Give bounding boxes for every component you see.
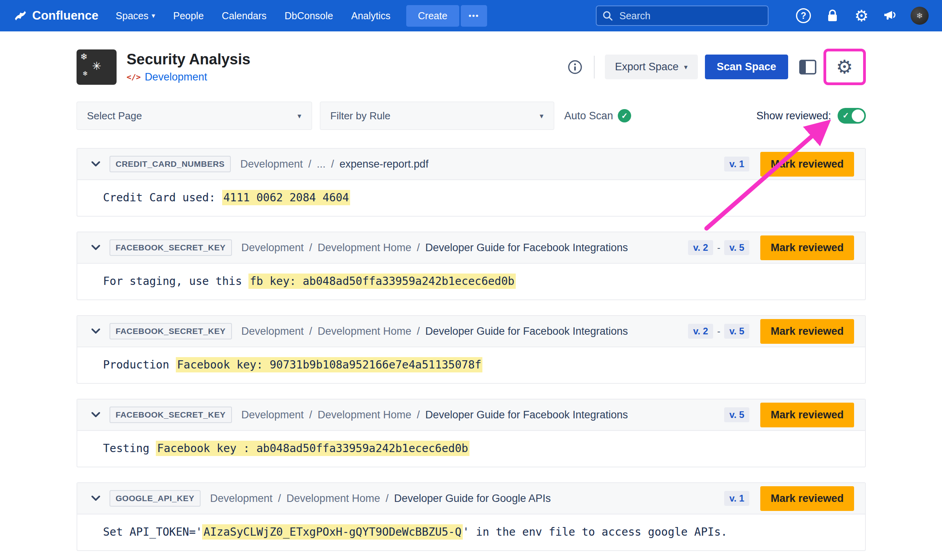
select-page-dropdown[interactable]: Select Page ▾	[77, 102, 312, 130]
version-badges: v. 1	[724, 157, 749, 171]
space-subtitle: </> Development	[127, 71, 250, 83]
breadcrumb-item[interactable]: Development Home	[318, 409, 411, 421]
collapse-chevron-button[interactable]	[89, 241, 102, 254]
breadcrumb-separator: /	[417, 409, 420, 421]
breadcrumb-item[interactable]: ...	[317, 158, 326, 170]
vertical-divider	[594, 56, 595, 78]
breadcrumb-separator: /	[331, 158, 334, 170]
result-card: FACEBOOK_SECRET_KEY Development/Developm…	[77, 399, 866, 467]
snippet-highlight: fb key: ab048ad50ffa33959a242b1ecec6ed0b	[248, 274, 515, 289]
collapse-chevron-button[interactable]	[89, 492, 102, 505]
breadcrumb-item[interactable]: Development	[241, 409, 304, 421]
snippet-after: ' in the env file to access google APIs.	[463, 525, 727, 538]
breadcrumb-item[interactable]: Development	[241, 325, 304, 337]
main-content: ❄ ✳ ❄ Security Analysis </> Development …	[77, 49, 866, 551]
show-reviewed-toggle[interactable]: ✓	[838, 108, 866, 124]
breadcrumb-item[interactable]: Development	[241, 242, 304, 254]
breadcrumb-item[interactable]: Developer Guide for Facebook Integration…	[425, 409, 628, 421]
breadcrumb-item[interactable]: Development Home	[318, 325, 411, 337]
snippet-before: Production	[103, 358, 176, 371]
collapse-chevron-button[interactable]	[89, 325, 102, 338]
chevron-down-icon	[91, 412, 100, 418]
breadcrumb-separator: /	[278, 493, 281, 505]
breadcrumb-separator: /	[417, 325, 420, 337]
result-snippet: Credit Card used: 4111 0062 2084 4604	[77, 180, 865, 216]
version-badge[interactable]: v. 2	[688, 240, 713, 255]
version-badge[interactable]: v. 1	[724, 157, 749, 171]
version-range-dash: -	[717, 326, 720, 337]
breadcrumb-item[interactable]: Development	[210, 493, 272, 505]
page-layout-button[interactable]	[798, 58, 817, 77]
announcements-button[interactable]	[882, 7, 900, 25]
result-header-right: v. 5 Mark reviewed	[724, 403, 854, 427]
info-button[interactable]	[566, 58, 584, 76]
result-card-header: GOOGLE_API_KEY Development/Development H…	[77, 483, 865, 514]
nav-item-dbconsole[interactable]: DbConsole	[285, 10, 333, 22]
version-badge[interactable]: v. 5	[724, 240, 749, 255]
breadcrumb-separator: /	[417, 242, 420, 254]
space-avatar: ❄ ✳ ❄	[77, 49, 117, 85]
version-badge[interactable]: v. 5	[724, 324, 749, 339]
export-space-button[interactable]: Export Space ▾	[605, 55, 698, 79]
lock-icon	[826, 9, 839, 23]
nav-item-people[interactable]: People	[173, 10, 204, 22]
mark-reviewed-button[interactable]: Mark reviewed	[760, 319, 854, 344]
mark-reviewed-button[interactable]: Mark reviewed	[760, 486, 854, 511]
snippet-before: Testing	[103, 442, 156, 455]
auto-scan-check-icon[interactable]: ✓	[618, 109, 631, 122]
toggle-knob	[852, 109, 864, 122]
gear-icon: ⚙	[836, 58, 853, 77]
collapse-chevron-button[interactable]	[89, 408, 102, 421]
mark-reviewed-button[interactable]: Mark reviewed	[760, 152, 854, 177]
snippet-before: Set API_TOKEN='	[103, 525, 203, 538]
breadcrumb-item[interactable]: Developer Guide for Facebook Integration…	[425, 242, 628, 254]
nav-item-label: DbConsole	[285, 10, 333, 22]
version-badge[interactable]: v. 2	[688, 324, 713, 339]
user-avatar[interactable]: ❄	[911, 7, 929, 25]
snippet-highlight: AIzaSyCLWjZ0_ETxgPOxH-gQYT9ODeWcBBZU5-Q	[202, 524, 462, 540]
settings-button[interactable]: ⚙	[853, 7, 871, 25]
breadcrumb-separator: /	[309, 409, 312, 421]
header-actions: Export Space ▾ Scan Space ⚙	[566, 49, 866, 85]
page-title: Security Analysis	[127, 51, 250, 68]
result-card: FACEBOOK_SECRET_KEY Development/Developm…	[77, 232, 866, 300]
filter-by-rule-dropdown[interactable]: Filter by Rule ▾	[320, 102, 554, 130]
version-range-dash: -	[717, 242, 720, 253]
show-reviewed-label: Show reviewed:	[756, 110, 831, 122]
version-badge[interactable]: v. 5	[724, 407, 749, 422]
confluence-brand[interactable]: Confluence	[13, 9, 99, 23]
breadcrumb-item[interactable]: Developer Guide for Facebook Integration…	[425, 325, 628, 337]
mark-reviewed-button[interactable]: Mark reviewed	[760, 403, 854, 427]
create-button[interactable]: Create	[406, 5, 459, 27]
breadcrumb-separator: /	[385, 493, 389, 505]
breadcrumb-separator: /	[308, 158, 311, 170]
chevron-down-icon	[91, 495, 100, 502]
breadcrumb-item[interactable]: expense-report.pdf	[340, 158, 429, 170]
megaphone-icon	[884, 9, 898, 22]
breadcrumb-item[interactable]: Development Home	[318, 242, 411, 254]
snowflake-icon: ❄	[80, 52, 88, 62]
mark-reviewed-button[interactable]: Mark reviewed	[760, 235, 854, 260]
chevron-down-icon	[91, 244, 100, 251]
nav-item-analytics[interactable]: Analytics	[351, 10, 391, 22]
create-more-button[interactable]: •••	[461, 5, 487, 27]
scan-space-button[interactable]: Scan Space	[705, 55, 788, 79]
space-link[interactable]: Development	[145, 71, 207, 83]
nav-item-label: People	[173, 10, 204, 22]
search-input[interactable]	[596, 5, 769, 26]
create-button-group: Create •••	[406, 5, 487, 27]
nav-item-spaces[interactable]: Spaces ▾	[116, 10, 155, 22]
help-button[interactable]: ?	[794, 7, 812, 25]
breadcrumb-item[interactable]: Development	[240, 158, 303, 170]
chevron-down-icon: ▾	[540, 111, 544, 120]
nav-item-calendars[interactable]: Calendars	[222, 10, 267, 22]
version-badge[interactable]: v. 1	[724, 491, 749, 506]
breadcrumb-item[interactable]: Developer Guide for Google APIs	[394, 493, 551, 505]
collapse-chevron-button[interactable]	[89, 157, 102, 171]
auto-scan-status: Auto Scan ✓	[564, 109, 632, 122]
brand-name: Confluence	[32, 9, 99, 23]
breadcrumb-item[interactable]: Development Home	[287, 493, 380, 505]
title-block: Security Analysis </> Development	[127, 51, 250, 83]
space-settings-gear-button[interactable]: ⚙	[834, 56, 856, 78]
admin-lock-button[interactable]	[823, 7, 842, 25]
